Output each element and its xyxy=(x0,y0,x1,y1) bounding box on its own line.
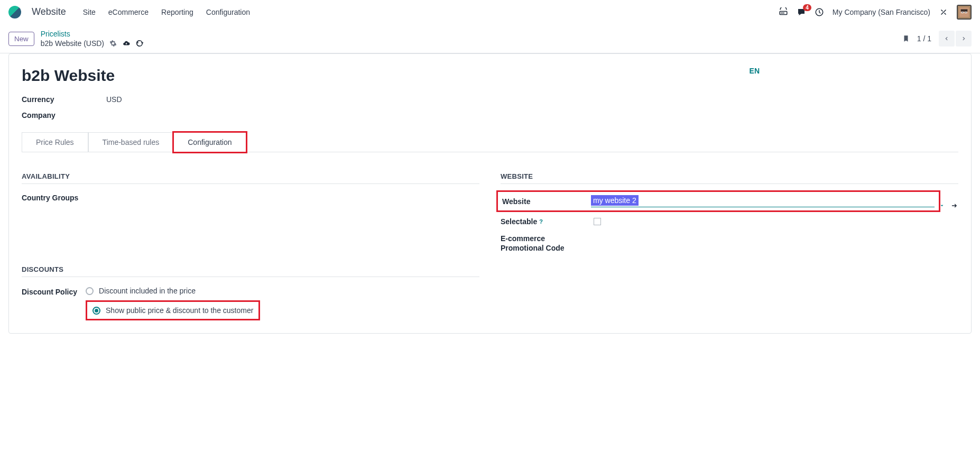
currency-value[interactable]: USD xyxy=(106,95,122,104)
country-groups-label: Country Groups xyxy=(22,194,115,202)
svg-point-1 xyxy=(781,13,782,13)
tray-icon[interactable] xyxy=(779,7,788,17)
discount-policy-label: Discount Policy xyxy=(22,287,77,296)
breadcrumb-row: New Pricelists b2b Website (USD) 1 / 1 xyxy=(0,24,980,53)
nav-item-site[interactable]: Site xyxy=(83,8,96,16)
breadcrumb-current-row: b2b Website (USD) xyxy=(41,39,143,48)
record-title: b2b Website xyxy=(22,67,958,85)
radio-show-public[interactable] xyxy=(93,307,100,315)
navbar-left: Website Site eCommerce Reporting Configu… xyxy=(8,6,250,19)
tab-price-rules[interactable]: Price Rules xyxy=(22,132,88,152)
discount-option-included-label: Discount included in the price xyxy=(99,287,196,295)
selectable-help-icon[interactable]: ? xyxy=(539,218,543,225)
website-section-title: WEBSITE xyxy=(501,172,958,184)
nav-menu: Site eCommerce Reporting Configuration xyxy=(83,8,250,16)
svg-rect-5 xyxy=(959,7,969,16)
availability-section: AVAILABILITY Country Groups DISCOUNTS Di… xyxy=(22,172,479,320)
discounts-title: DISCOUNTS xyxy=(22,265,479,277)
discount-option-show[interactable]: Show public price & discount to the cust… xyxy=(93,306,253,315)
website-dropdown-caret[interactable] xyxy=(939,203,945,208)
pager-prev[interactable] xyxy=(939,31,955,47)
svg-rect-10 xyxy=(965,12,967,13)
gear-icon[interactable] xyxy=(109,40,117,47)
breadcrumb-parent[interactable]: Pricelists xyxy=(41,30,143,38)
selectable-checkbox[interactable] xyxy=(594,218,601,225)
tab-configuration[interactable]: Configuration xyxy=(173,132,246,152)
discount-option-included[interactable]: Discount included in the price xyxy=(86,287,260,295)
discard-icon[interactable] xyxy=(136,40,143,47)
radio-included[interactable] xyxy=(86,287,94,295)
messages-badge: 4 xyxy=(803,4,811,11)
config-grid: AVAILABILITY Country Groups DISCOUNTS Di… xyxy=(22,172,958,320)
discount-policy-row: Discount Policy Discount included in the… xyxy=(22,287,479,320)
user-avatar[interactable] xyxy=(957,5,972,20)
app-logo[interactable] xyxy=(8,6,21,19)
website-field-wrap: my website 2 xyxy=(591,195,935,207)
pager: 1 / 1 xyxy=(902,31,972,47)
website-input[interactable] xyxy=(591,195,935,207)
currency-label: Currency xyxy=(22,95,106,104)
nav-item-reporting[interactable]: Reporting xyxy=(161,8,193,16)
country-groups-row: Country Groups xyxy=(22,194,479,202)
discount-policy-options: Discount included in the price Show publ… xyxy=(86,287,260,320)
company-selector[interactable]: My Company (San Francisco) xyxy=(833,8,930,16)
form-sheet: EN b2b Website Currency USD Company Pric… xyxy=(8,53,972,334)
navbar-right: 4 My Company (San Francisco) xyxy=(779,5,972,20)
pager-text[interactable]: 1 / 1 xyxy=(917,34,931,43)
discount-option-show-label: Show public price & discount to the cust… xyxy=(106,306,253,315)
messages-icon[interactable]: 4 xyxy=(797,7,806,17)
nav-item-configuration[interactable]: Configuration xyxy=(206,8,250,16)
breadcrumb: Pricelists b2b Website (USD) xyxy=(41,30,143,48)
new-button[interactable]: New xyxy=(8,32,34,46)
website-label: Website xyxy=(502,197,591,206)
tools-icon[interactable] xyxy=(939,7,948,17)
website-external-link-icon[interactable] xyxy=(950,202,958,209)
breadcrumb-current: b2b Website (USD) xyxy=(41,39,104,48)
cloud-upload-icon[interactable] xyxy=(122,40,131,47)
content-wrap: EN b2b Website Currency USD Company Pric… xyxy=(0,53,980,342)
activity-icon[interactable] xyxy=(815,7,824,17)
svg-point-3 xyxy=(783,13,784,13)
nav-item-ecommerce[interactable]: eCommerce xyxy=(108,8,149,16)
website-field-highlight: Website my website 2 xyxy=(496,190,940,212)
svg-rect-9 xyxy=(961,12,963,13)
availability-title: AVAILABILITY xyxy=(22,172,479,184)
company-label: Company xyxy=(22,111,106,119)
app-name[interactable]: Website xyxy=(32,6,66,17)
currency-row: Currency USD xyxy=(22,95,958,104)
pager-next[interactable] xyxy=(956,31,972,47)
bookmark-icon[interactable] xyxy=(902,34,910,43)
ecommerce-code-label: E-commerce Promotional Code xyxy=(501,234,594,252)
tabs: Price Rules Time-based rules Configurati… xyxy=(22,132,958,152)
company-row: Company xyxy=(22,111,958,119)
discounts-section: DISCOUNTS Discount Policy Discount inclu… xyxy=(22,265,479,320)
svg-point-2 xyxy=(782,13,783,13)
svg-rect-6 xyxy=(961,9,968,12)
selectable-row: Selectable ? xyxy=(501,217,958,226)
ecommerce-code-row: E-commerce Promotional Code xyxy=(501,234,958,252)
language-toggle[interactable]: EN xyxy=(750,67,760,75)
top-navbar: Website Site eCommerce Reporting Configu… xyxy=(0,0,980,24)
selectable-label: Selectable ? xyxy=(501,217,594,226)
tab-time-based-rules[interactable]: Time-based rules xyxy=(88,132,174,152)
discount-option-show-highlight: Show public price & discount to the cust… xyxy=(86,300,260,320)
website-section: WEBSITE Website my website 2 xyxy=(501,172,958,320)
